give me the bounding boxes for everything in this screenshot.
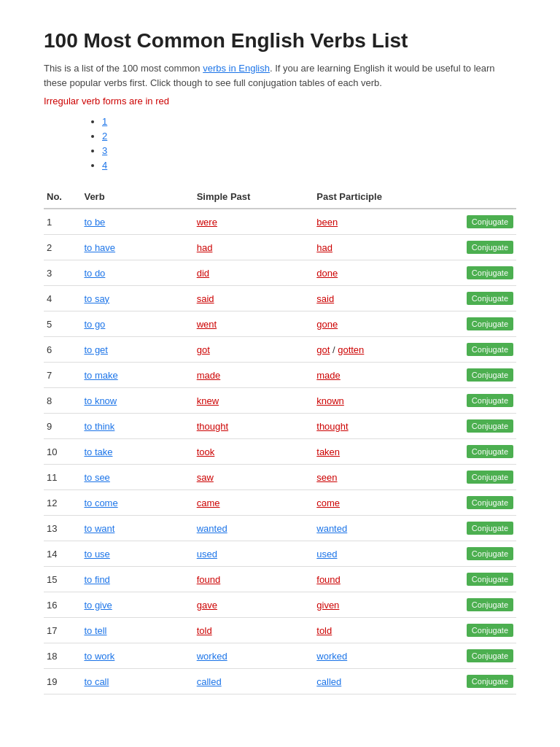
simple-past-link[interactable]: did bbox=[197, 268, 209, 279]
conjugate-button[interactable]: Conjugate bbox=[467, 317, 513, 330]
verb-link[interactable]: to go bbox=[84, 319, 105, 330]
page-link[interactable]: 1 bbox=[102, 116, 107, 127]
past-participle-link[interactable]: had bbox=[316, 242, 332, 253]
simple-past-link[interactable]: were bbox=[197, 217, 217, 228]
conjugate-button[interactable]: Conjugate bbox=[467, 445, 513, 458]
simple-past-link[interactable]: found bbox=[197, 574, 221, 585]
conjugate-button[interactable]: Conjugate bbox=[467, 496, 513, 509]
conjugate-button[interactable]: Conjugate bbox=[467, 471, 513, 484]
conjugate-button[interactable]: Conjugate bbox=[467, 419, 513, 433]
conjugate-cell: Conjugate bbox=[448, 209, 516, 235]
past-participle-link[interactable]: said bbox=[316, 293, 334, 304]
past-participle-link[interactable]: got bbox=[316, 344, 330, 355]
conjugate-button[interactable]: Conjugate bbox=[467, 547, 513, 560]
verbs-in-english-link[interactable]: verbs in English bbox=[203, 63, 270, 74]
simple-past-link[interactable]: called bbox=[197, 676, 222, 687]
verb-link[interactable]: to come bbox=[84, 498, 117, 508]
simple-past-cell: wanted bbox=[194, 516, 314, 541]
page-link[interactable]: 3 bbox=[102, 145, 107, 156]
verb-link[interactable]: to know bbox=[84, 395, 117, 406]
verb-link[interactable]: to give bbox=[84, 600, 112, 611]
verb-link[interactable]: to see bbox=[84, 472, 109, 483]
past-participle-link[interactable]: done bbox=[316, 268, 338, 279]
page-link[interactable]: 4 bbox=[102, 160, 107, 171]
verb-link[interactable]: to use bbox=[84, 549, 109, 560]
conjugate-button[interactable]: Conjugate bbox=[467, 292, 513, 305]
past-participle-link[interactable]: gone bbox=[316, 319, 338, 330]
slash-separator: / bbox=[330, 344, 338, 355]
simple-past-link[interactable]: made bbox=[197, 370, 221, 381]
verb-link[interactable]: to work bbox=[84, 651, 114, 662]
past-participle-link[interactable]: been bbox=[316, 217, 338, 228]
verb-cell: to give bbox=[81, 592, 193, 618]
page-link[interactable]: 2 bbox=[102, 131, 107, 142]
past-participle-link[interactable]: known bbox=[316, 395, 344, 406]
simple-past-link[interactable]: saw bbox=[197, 472, 214, 483]
verb-link[interactable]: to say bbox=[84, 293, 109, 304]
conjugate-button[interactable]: Conjugate bbox=[467, 573, 513, 586]
past-participle-link[interactable]: called bbox=[316, 676, 341, 687]
simple-past-link[interactable]: thought bbox=[197, 421, 228, 432]
past-participle-link[interactable]: told bbox=[316, 625, 332, 636]
simple-past-link[interactable]: wanted bbox=[197, 523, 228, 534]
simple-past-link[interactable]: knew bbox=[197, 395, 219, 406]
simple-past-link[interactable]: came bbox=[197, 498, 220, 508]
conjugate-button[interactable]: Conjugate bbox=[467, 649, 513, 662]
simple-past-link[interactable]: took bbox=[197, 446, 215, 457]
verbs-table: No. Verb Simple Past Past Participle 1to… bbox=[44, 185, 516, 694]
verb-cell: to call bbox=[81, 669, 193, 694]
conjugate-button[interactable]: Conjugate bbox=[467, 343, 513, 356]
past-participle-cell: thought bbox=[314, 414, 448, 439]
simple-past-link[interactable]: said bbox=[197, 293, 214, 304]
past-participle-link[interactable]: made bbox=[316, 370, 341, 381]
verb-cell: to tell bbox=[81, 618, 193, 643]
verb-link[interactable]: to do bbox=[84, 268, 105, 279]
simple-past-link[interactable]: used bbox=[197, 549, 217, 560]
past-participle-link[interactable]: given bbox=[316, 600, 339, 611]
verb-number: 3 bbox=[44, 260, 81, 286]
conjugate-button[interactable]: Conjugate bbox=[467, 368, 513, 382]
verb-link[interactable]: to be bbox=[84, 217, 105, 228]
verb-link[interactable]: to get bbox=[84, 344, 108, 355]
verb-link[interactable]: to take bbox=[84, 446, 112, 457]
verb-link[interactable]: to want bbox=[84, 523, 114, 534]
past-participle-link[interactable]: wanted bbox=[316, 523, 347, 534]
simple-past-link[interactable]: worked bbox=[197, 651, 228, 662]
conjugate-button[interactable]: Conjugate bbox=[467, 598, 513, 611]
simple-past-link[interactable]: gave bbox=[197, 600, 217, 611]
verb-link[interactable]: to call bbox=[84, 676, 109, 687]
past-participle-link[interactable]: seen bbox=[316, 472, 337, 483]
verb-number: 12 bbox=[44, 490, 81, 516]
conjugate-button[interactable]: Conjugate bbox=[467, 624, 513, 637]
conjugate-cell: Conjugate bbox=[448, 541, 516, 567]
verb-link[interactable]: to find bbox=[84, 574, 109, 585]
conjugate-cell: Conjugate bbox=[448, 490, 516, 516]
verb-link[interactable]: to think bbox=[84, 421, 114, 432]
simple-past-link[interactable]: told bbox=[197, 625, 212, 636]
past-participle-link[interactable]: thought bbox=[316, 421, 348, 432]
page-link-item: 1 bbox=[102, 115, 516, 127]
past-participle-link[interactable]: come bbox=[316, 498, 340, 508]
simple-past-link[interactable]: went bbox=[197, 319, 217, 330]
past-participle-link[interactable]: worked bbox=[316, 651, 347, 662]
verb-link[interactable]: to have bbox=[84, 242, 115, 253]
simple-past-link[interactable]: had bbox=[197, 242, 213, 253]
simple-past-link[interactable]: got bbox=[197, 344, 210, 355]
table-row: 12to comecamecomeConjugate bbox=[44, 490, 516, 516]
conjugate-button[interactable]: Conjugate bbox=[467, 241, 513, 254]
past-participle-link[interactable]: used bbox=[316, 549, 337, 560]
verb-link[interactable]: to make bbox=[84, 370, 117, 381]
conjugate-button[interactable]: Conjugate bbox=[467, 675, 513, 688]
conjugate-button[interactable]: Conjugate bbox=[467, 522, 513, 535]
past-participle-alt-link[interactable]: gotten bbox=[338, 344, 364, 355]
past-participle-link[interactable]: taken bbox=[316, 446, 340, 457]
verb-link[interactable]: to tell bbox=[84, 625, 106, 636]
conjugate-button[interactable]: Conjugate bbox=[467, 266, 513, 279]
conjugate-cell: Conjugate bbox=[448, 363, 516, 388]
conjugate-button[interactable]: Conjugate bbox=[467, 215, 513, 228]
conjugate-button[interactable]: Conjugate bbox=[467, 394, 513, 407]
verb-cell: to say bbox=[81, 286, 193, 311]
conjugate-cell: Conjugate bbox=[448, 669, 516, 694]
past-participle-link[interactable]: found bbox=[316, 574, 341, 585]
conjugate-cell: Conjugate bbox=[448, 643, 516, 669]
